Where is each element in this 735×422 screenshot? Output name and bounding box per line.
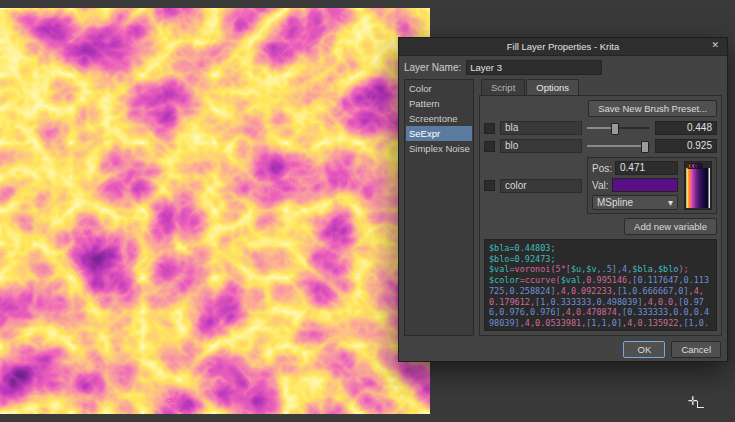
layer-name-label: Layer Name: — [404, 62, 461, 73]
pos-row: Pos: 0.471 — [592, 161, 678, 175]
code-line: $bla=0.44803; — [489, 243, 712, 254]
tab-options[interactable]: Options — [526, 79, 579, 95]
pos-value-input[interactable]: 0.471 — [615, 161, 678, 175]
bla-value[interactable]: 0.448 — [655, 121, 717, 135]
bla-slider[interactable] — [587, 122, 650, 134]
category-item-color[interactable]: Color — [406, 81, 472, 96]
canvas-texture[interactable] — [0, 8, 430, 414]
tab-bar: Script Options — [479, 79, 722, 95]
dialog-title: Fill Layer Properties - Krita — [507, 41, 619, 52]
category-item-simplex-noise[interactable]: Simplex Noise — [406, 141, 472, 156]
val-row: Val: — [592, 178, 678, 192]
layer-name-row: Layer Name: — [404, 60, 722, 75]
color-editor-controls: Pos: 0.471 Val: MSpline ▾ — [592, 161, 678, 210]
category-item-seexpr[interactable]: SeExpr — [406, 126, 472, 141]
dialog-body: Layer Name: ColorPatternScreentoneSeExpr… — [399, 56, 727, 361]
save-preset-row: Save New Brush Preset... — [484, 100, 717, 117]
dialog-titlebar[interactable]: Fill Layer Properties - Krita ✕ — [399, 38, 727, 56]
category-list: ColorPatternScreentoneSeExprSimplex Nois… — [404, 79, 474, 336]
bla-label: bla — [500, 121, 582, 135]
slider-handle[interactable] — [611, 123, 619, 135]
code-line: $color=ccurve($val,0.995146,[0.117647,0.… — [489, 275, 712, 331]
variable-row-bla: bla 0.448 — [484, 121, 717, 135]
variable-row-color: color Pos: 0.471 Val: — [484, 157, 717, 214]
ok-button[interactable]: OK — [623, 341, 665, 358]
slider-handle[interactable] — [641, 141, 649, 153]
slider-fill — [587, 145, 645, 147]
bla-checkbox[interactable] — [484, 123, 495, 134]
code-line: $val=voronoi(5*[$u,$v,.5],4,$bla,$blo); — [489, 264, 712, 275]
code-line: $blo=0.92473; — [489, 254, 712, 265]
dialog-footer: OK Cancel — [404, 340, 722, 358]
gradient-widget[interactable] — [684, 161, 712, 210]
cancel-button[interactable]: Cancel — [671, 341, 721, 358]
blo-checkbox[interactable] — [484, 141, 495, 152]
color-editor-group: Pos: 0.471 Val: MSpline ▾ — [587, 157, 717, 214]
noise-texture-image — [0, 8, 430, 414]
add-new-variable-button[interactable]: Add new variable — [624, 218, 717, 235]
move-cursor-icon: ✛ — [688, 391, 708, 411]
color-label: color — [500, 179, 582, 193]
variable-row-blo: blo 0.925 — [484, 139, 717, 153]
close-icon[interactable]: ✕ — [708, 39, 722, 51]
val-label: Val: — [592, 180, 609, 191]
category-item-pattern[interactable]: Pattern — [406, 96, 472, 111]
category-item-screentone[interactable]: Screentone — [406, 111, 472, 126]
gradient-stop-marker[interactable] — [697, 163, 703, 169]
save-new-brush-preset-button[interactable]: Save New Brush Preset... — [588, 100, 717, 117]
blo-value[interactable]: 0.925 — [655, 139, 717, 153]
blo-slider[interactable] — [587, 140, 650, 152]
content-column: Script Options Save New Brush Preset... … — [479, 79, 722, 336]
options-panel: Save New Brush Preset... bla 0.448 — [479, 95, 722, 336]
interpolation-value: MSpline — [597, 197, 633, 208]
chevron-down-icon: ▾ — [668, 197, 673, 208]
layer-name-input[interactable] — [466, 60, 602, 75]
blo-label: blo — [500, 139, 582, 153]
script-preview[interactable]: $bla=0.44803;$blo=0.92473;$val=voronoi(5… — [484, 239, 717, 331]
gradient-preview[interactable] — [686, 168, 710, 208]
interpolation-dropdown[interactable]: MSpline ▾ — [592, 195, 678, 210]
color-swatch[interactable] — [612, 178, 679, 192]
cursor-bracket — [697, 401, 704, 408]
pos-label: Pos: — [592, 163, 612, 174]
add-variable-row: Add new variable — [484, 218, 717, 235]
fill-layer-properties-dialog: Fill Layer Properties - Krita ✕ Layer Na… — [398, 37, 728, 362]
main-row: ColorPatternScreentoneSeExprSimplex Nois… — [404, 79, 722, 336]
color-checkbox[interactable] — [484, 180, 495, 191]
tab-script[interactable]: Script — [481, 79, 525, 95]
